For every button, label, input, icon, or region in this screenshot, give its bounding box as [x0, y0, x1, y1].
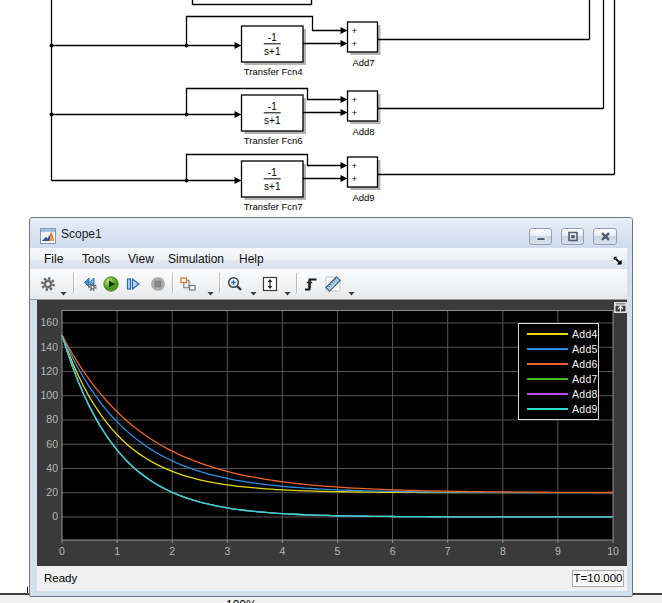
legend-line-sample: [527, 348, 568, 350]
toolbar-separator: [219, 273, 221, 293]
legend-line-sample: [527, 378, 568, 380]
branch-dot: [50, 44, 54, 48]
y-tick-label: 160: [40, 316, 58, 328]
y-tick-label: 120: [40, 365, 58, 377]
toolbar-dropdown-arrow-icon[interactable]: [348, 282, 355, 287]
add-block-label[interactable]: Add9: [352, 192, 374, 203]
menu-item-simulation[interactable]: Simulation: [165, 251, 227, 267]
menubar: FileToolsViewSimulationHelp: [30, 248, 627, 269]
plus-sign: +: [352, 108, 357, 118]
y-tick-label: 40: [46, 462, 58, 474]
legend-label: Add7: [572, 373, 598, 385]
close-icon: [594, 229, 617, 244]
legend-label: Add8: [572, 388, 598, 400]
stop-icon[interactable]: [150, 276, 166, 292]
x-tick-label: 2: [169, 545, 175, 557]
y-tick-label: 60: [46, 438, 58, 450]
arrowhead: [341, 162, 348, 169]
step-forward-icon[interactable]: [125, 276, 141, 292]
y-tick-label: 0: [52, 510, 58, 522]
x-tick-label: 0: [59, 545, 65, 557]
plus-sign: +: [352, 161, 357, 171]
legend-entry[interactable]: Add8: [519, 387, 598, 402]
signal-selector-icon[interactable]: [180, 276, 196, 292]
toolbar-separator: [296, 273, 298, 293]
y-tick-label: 100: [40, 389, 58, 401]
arrowhead: [341, 27, 348, 34]
plus-sign: +: [352, 174, 357, 184]
partial-block-rect[interactable]: [193, 0, 312, 5]
tf-denominator: s+1: [264, 115, 281, 126]
legend-entry[interactable]: Add6: [519, 356, 598, 371]
dock-scope-icon[interactable]: [614, 302, 627, 313]
close-button[interactable]: [593, 228, 617, 245]
menu-item-tools[interactable]: Tools: [79, 251, 113, 267]
trigger-icon[interactable]: [303, 276, 319, 292]
goto-simulink-icon[interactable]: [82, 276, 98, 292]
x-tick-label: 7: [445, 545, 451, 557]
arrowhead: [235, 111, 242, 118]
plot-legend[interactable]: Add4Add5Add6Add7Add8Add9: [518, 323, 599, 420]
plus-sign: +: [352, 39, 357, 49]
toolbar-separator: [172, 273, 174, 293]
simulink-block-diagram: -1s+1Transfer Fcn4++Add7-1s+1Transfer Fc…: [0, 0, 662, 217]
x-tick-label: 6: [390, 545, 396, 557]
arrowhead: [341, 109, 348, 116]
diagram-row: -1s+1Transfer Fcn4++Add7: [50, 0, 590, 77]
legend-line-sample: [527, 393, 568, 395]
measurements-ruler-icon[interactable]: [325, 276, 341, 292]
menu-item-help[interactable]: Help: [236, 251, 267, 267]
legend-label: Add9: [572, 403, 598, 415]
toolbar-dropdown-arrow-icon[interactable]: [250, 282, 257, 287]
x-tick-label: 8: [500, 545, 506, 557]
window-title: Scope1: [61, 227, 102, 241]
diagram-row: -1s+1Transfer Fcn6++Add8: [50, 0, 604, 146]
partial-block[interactable]: [193, 0, 312, 5]
parameters-gear-icon[interactable]: [40, 276, 56, 292]
toolbar-dropdown-arrow-icon[interactable]: [284, 282, 291, 287]
tf-numerator: -1: [268, 167, 277, 178]
legend-line-sample: [527, 408, 568, 410]
add-block-label[interactable]: Add7: [352, 57, 374, 68]
restore-button[interactable]: [561, 228, 584, 245]
y-tick-label: 20: [46, 486, 58, 498]
toolbar: [30, 269, 627, 300]
editor-zoom-level: 100%: [226, 598, 257, 603]
model-line-fragment: [27, 587, 29, 593]
zoom-icon[interactable]: [227, 276, 243, 292]
minimize-button[interactable]: [529, 228, 552, 245]
arrowhead: [341, 96, 348, 103]
toolbar-dropdown-arrow-icon[interactable]: [60, 282, 67, 287]
plus-sign: +: [352, 26, 357, 36]
legend-line-sample: [527, 333, 568, 335]
legend-entry[interactable]: Add5: [519, 341, 598, 356]
x-tick-label: 5: [335, 545, 341, 557]
titlebar[interactable]: Scope1: [30, 218, 632, 248]
run-icon[interactable]: [103, 276, 119, 292]
y-tick-label: 140: [40, 341, 58, 353]
add-block-label[interactable]: Add8: [352, 126, 374, 137]
legend-entry[interactable]: Add7: [519, 372, 598, 387]
tf-denominator: s+1: [264, 46, 281, 57]
tf-denominator: s+1: [264, 181, 281, 192]
x-tick-label: 10: [607, 545, 619, 557]
legend-entry[interactable]: Add9: [519, 402, 598, 417]
scope-window: Scope1 FileToolsViewSimulationHelp 01234…: [29, 217, 633, 597]
scope-status-bar: Ready T=10.000: [37, 566, 627, 592]
scale-axes-icon[interactable]: [262, 276, 278, 292]
tf-block-label[interactable]: Transfer Fcn7: [244, 201, 303, 212]
x-tick-label: 3: [224, 545, 230, 557]
restore-icon: [562, 229, 584, 244]
scope-app-icon: [40, 228, 56, 244]
menu-item-file[interactable]: File: [41, 251, 66, 267]
toolbar-dropdown-arrow-icon[interactable]: [207, 282, 214, 287]
tf-numerator: -1: [268, 101, 277, 112]
arrowhead: [235, 177, 242, 184]
dock-arrow-icon[interactable]: [613, 256, 623, 266]
tf-block-label[interactable]: Transfer Fcn6: [244, 135, 303, 146]
legend-entry[interactable]: Add4: [519, 326, 598, 341]
simulink-screen: {"diagram":{"partial_block":{"visible":t…: [0, 0, 662, 603]
tf-block-label[interactable]: Transfer Fcn4: [244, 66, 303, 77]
menu-item-view[interactable]: View: [125, 251, 157, 267]
diagram-row: -1s+1Transfer Fcn7++Add9: [52, 0, 615, 212]
